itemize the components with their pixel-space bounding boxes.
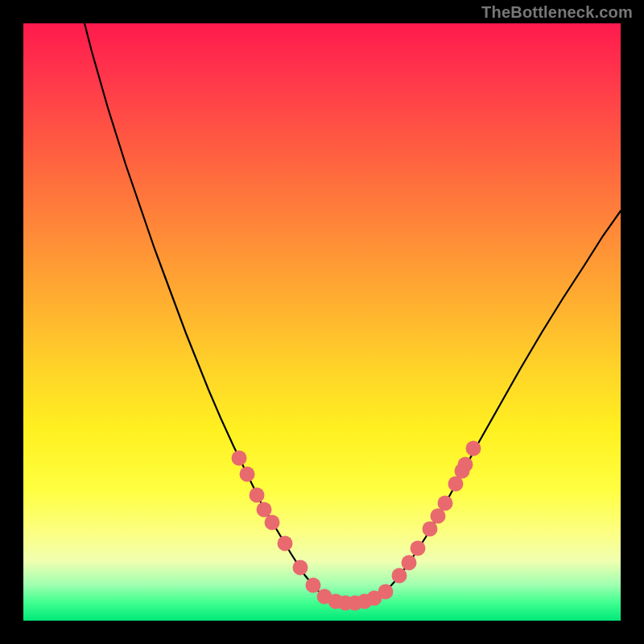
watermark-text: TheBottleneck.com — [481, 3, 633, 22]
chart-background — [23, 23, 621, 621]
